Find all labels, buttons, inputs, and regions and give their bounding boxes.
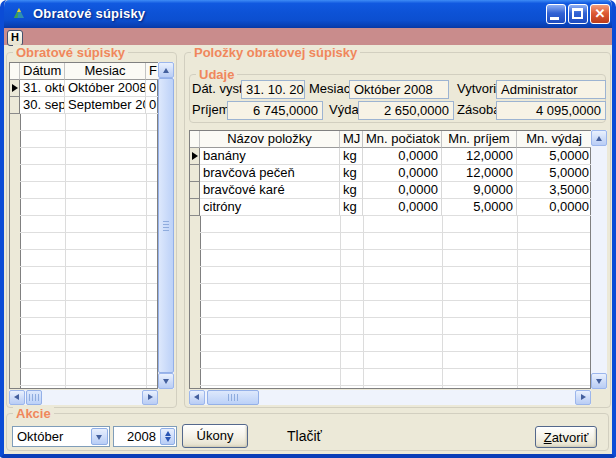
row-selector-cell (190, 199, 200, 216)
scroll-right-button[interactable] (575, 390, 591, 405)
zatvorit-button-label: Zatvoriť (536, 427, 596, 448)
mesiac-field[interactable]: Október 2008 (349, 80, 449, 99)
items-table-horizontal-scrollbar[interactable] (189, 390, 591, 405)
cell-nazov[interactable]: citróny (200, 199, 340, 216)
scroll-down-button[interactable] (591, 373, 607, 389)
vydaj-field[interactable]: 2 650,0000 (358, 101, 454, 120)
cell-mn-pociatok[interactable]: 0,0000 (363, 148, 442, 165)
cell-mn-prijem[interactable]: 5,0000 (442, 199, 517, 216)
maximize-button[interactable] (568, 4, 588, 24)
row-selector-cell (190, 182, 200, 199)
vydaj-label: Výdaj (329, 101, 362, 119)
close-icon: ✕ (591, 6, 609, 22)
cell-mj[interactable]: kg (340, 182, 363, 199)
arrow-left-icon (194, 394, 199, 400)
app-window: Obratové súpisky ✕ H Obratové súpisky Dá… (0, 0, 616, 458)
ukony-button-label: Úkony (183, 425, 247, 447)
empty-grid-area (10, 114, 157, 388)
scroll-left-button[interactable] (189, 390, 205, 405)
arrow-up-icon (596, 136, 602, 141)
turnover-lists-table[interactable]: Dátum Mesiac F 31. októb Október 2008 0 … (9, 62, 158, 389)
pyramid-app-icon (11, 6, 27, 22)
cell-mesiac[interactable]: September 2008 (65, 97, 146, 114)
horizontal-scroll-thumb[interactable] (26, 390, 42, 405)
title-bar[interactable]: Obratové súpisky ✕ (4, 0, 612, 28)
vertical-scroll-thumb[interactable] (158, 78, 174, 373)
cell-mj[interactable]: kg (340, 165, 363, 182)
empty-grid-area (190, 216, 590, 388)
cell-datum[interactable]: 31. októb (20, 80, 65, 97)
left-table-vertical-scrollbar[interactable] (158, 62, 174, 389)
cell-nazov[interactable]: bravčové karé (200, 182, 340, 199)
arrow-down-icon (596, 379, 602, 384)
table-row[interactable]: bravčová pečeň kg 0,0000 12,0000 5,0000 (190, 165, 590, 182)
mesiac-label: Mesiac (309, 80, 350, 98)
col-header-mn-prijem[interactable]: Mn. príjem (442, 131, 517, 148)
dat-vyst-field[interactable]: 31. 10. 2008 (241, 80, 305, 99)
year-stepper-value: 2008 (127, 429, 156, 444)
scroll-down-button[interactable] (158, 373, 174, 389)
year-stepper[interactable]: 2008 (113, 426, 177, 447)
cell-mn-vydaj[interactable]: 0,0000 (517, 199, 592, 216)
scroll-up-button[interactable] (158, 62, 174, 78)
col-header-mn-pociatok[interactable]: Mn. počiatok (363, 131, 442, 148)
ukony-button[interactable]: Úkony (182, 424, 248, 448)
arrow-left-icon (14, 394, 19, 400)
items-table[interactable]: Názov položky MJ Mn. počiatok Mn. príjem… (189, 130, 591, 389)
cell-mj[interactable]: kg (340, 199, 363, 216)
table-row[interactable]: bravčové karé kg 0,0000 9,0000 3,5000 (190, 182, 590, 199)
cell-mn-prijem[interactable]: 9,0000 (442, 182, 517, 199)
cell-mj[interactable]: kg (340, 148, 363, 165)
zasoba-field[interactable]: 4 095,0000 (496, 101, 606, 120)
spin-up-icon (165, 431, 171, 436)
cell-mn-vydaj[interactable]: 5,0000 (517, 148, 592, 165)
minimize-icon (550, 17, 559, 20)
cell-mn-vydaj[interactable]: 5,0000 (517, 165, 592, 182)
table-row[interactable]: banány kg 0,0000 12,0000 5,0000 (190, 148, 590, 165)
tlacit-label[interactable]: Tlačiť (287, 428, 322, 444)
cell-mn-pociatok[interactable]: 0,0000 (363, 199, 442, 216)
window-title: Obratové súpisky (33, 6, 145, 21)
month-select-value: Október (17, 429, 63, 444)
current-row-arrow-icon (192, 152, 198, 160)
vytvoril-field[interactable]: Administrator (496, 80, 606, 99)
close-button[interactable]: ✕ (590, 4, 610, 24)
cell-mesiac[interactable]: Október 2008 (65, 80, 146, 97)
left-table-horizontal-scrollbar[interactable] (9, 390, 158, 405)
header-selector-cell (190, 131, 200, 148)
header-selector-cell (10, 63, 20, 80)
h-toolbar-button[interactable]: H (7, 30, 23, 46)
cell-nazov[interactable]: banány (200, 148, 340, 165)
toolbar-strip (4, 28, 612, 45)
arrow-up-icon (163, 68, 169, 73)
cell-mn-vydaj[interactable]: 3,5000 (517, 182, 592, 199)
zatvorit-button[interactable]: Zatvoriť (535, 426, 597, 448)
cell-mn-pociatok[interactable]: 0,0000 (363, 182, 442, 199)
table-row[interactable]: 30. septe September 2008 0 (10, 97, 157, 114)
scroll-right-button[interactable] (142, 390, 158, 405)
minimize-button[interactable] (546, 4, 566, 24)
scroll-up-button[interactable] (591, 130, 607, 146)
month-select[interactable]: Október (12, 426, 110, 447)
table-row[interactable]: citróny kg 0,0000 5,0000 0,0000 (190, 199, 590, 216)
col-header-nazov[interactable]: Názov položky (200, 131, 340, 148)
row-selector-cell (190, 148, 200, 165)
year-stepper-buttons[interactable] (160, 428, 175, 445)
cell-mn-prijem[interactable]: 12,0000 (442, 165, 517, 182)
scroll-left-button[interactable] (9, 390, 25, 405)
cell-nazov[interactable]: bravčová pečeň (200, 165, 340, 182)
current-row-arrow-icon (12, 84, 18, 92)
items-table-vertical-scrollbar[interactable] (591, 130, 607, 389)
prijem-field[interactable]: 6 745,0000 (227, 101, 323, 120)
col-header-mj[interactable]: MJ (340, 131, 363, 148)
table-row[interactable]: 31. októb Október 2008 0 (10, 80, 157, 97)
cell-mn-prijem[interactable]: 12,0000 (442, 148, 517, 165)
col-header-mesiac[interactable]: Mesiac (65, 63, 146, 80)
horizontal-scroll-thumb[interactable] (207, 390, 259, 405)
cell-datum[interactable]: 30. septe (20, 97, 65, 114)
table-header-row: Názov položky MJ Mn. počiatok Mn. príjem… (190, 131, 590, 148)
month-select-dropdown-button[interactable] (91, 428, 108, 445)
col-header-datum[interactable]: Dátum (20, 63, 65, 80)
cell-mn-pociatok[interactable]: 0,0000 (363, 165, 442, 182)
col-header-mn-vydaj[interactable]: Mn. výdaj (517, 131, 592, 148)
